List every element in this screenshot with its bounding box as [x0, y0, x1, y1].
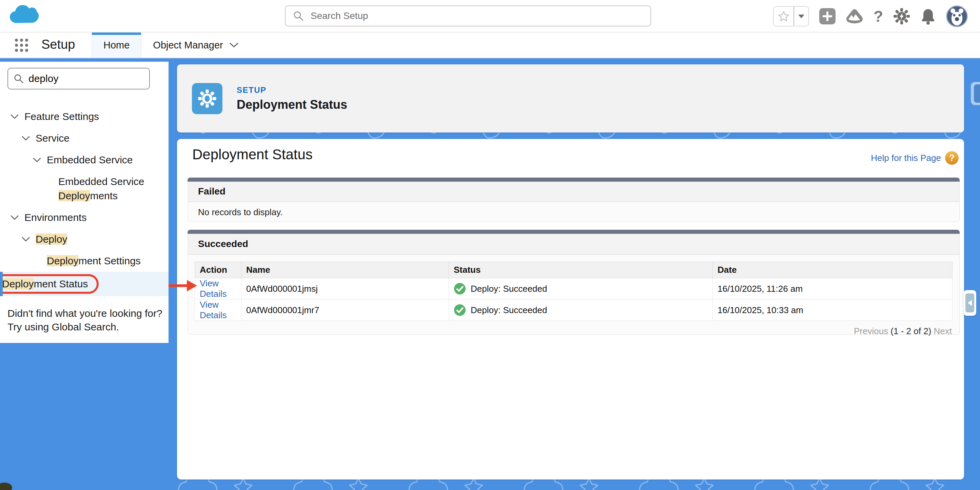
success-check-icon	[454, 304, 466, 316]
sidebar-item-feature-settings[interactable]: Feature Settings	[0, 106, 169, 127]
background-illustration-fragment	[0, 482, 12, 490]
label-text: ments	[90, 190, 118, 201]
failed-section-topbar	[188, 178, 960, 182]
date-cell: 16/10/2025, 11:26 am	[713, 278, 953, 300]
page-header-text: SETUP Deployment Status	[237, 86, 347, 112]
setup-navbar: Setup Home Object Manager	[0, 33, 980, 58]
notifications-bell-icon[interactable]	[920, 8, 936, 25]
sidebar-search-input[interactable]	[29, 73, 144, 84]
search-highlight: Deploy	[58, 190, 90, 201]
sidebar-item-deployment-settings[interactable]: Deployment Settings	[0, 250, 169, 272]
main-region: SETUP Deployment Status Deployment Statu…	[169, 58, 980, 490]
favorites-button	[773, 6, 809, 27]
favorites-star-icon[interactable]	[774, 7, 794, 26]
search-highlight: Deploy	[36, 233, 67, 245]
favorites-caret-icon[interactable]	[794, 7, 808, 26]
deployment-name-cell: 0AfWd000001jmsj	[242, 278, 449, 300]
view-details-link[interactable]: View Details	[200, 278, 226, 299]
sidebar-item-label: Embedded Service Deployments	[58, 174, 160, 203]
sidebar-item-label: Environments	[24, 212, 86, 223]
status-cell: Deploy: Succeeded	[454, 282, 708, 295]
setup-tree: Feature SettingsServiceEmbedded ServiceE…	[0, 106, 169, 296]
help-row: Help for this Page ?	[871, 151, 959, 165]
table-row: View Details0AfWd000001jmr7Deploy: Succe…	[195, 300, 953, 321]
success-check-icon	[454, 282, 466, 295]
succeeded-section-topbar	[188, 230, 960, 234]
sidebar-item-deploy[interactable]: Deploy	[0, 228, 169, 250]
deployments-table: Action Name Status Date View Details0AfW…	[195, 262, 953, 321]
tab-home[interactable]: Home	[92, 33, 142, 58]
sidebar-footer-line2: Try using Global Search.	[8, 320, 162, 334]
setup-sidebar: Feature SettingsServiceEmbedded ServiceE…	[0, 62, 169, 343]
label-text: Feature Settings	[24, 111, 99, 122]
sidebar-item-deployment-status[interactable]: Deployment Status	[0, 272, 169, 296]
setup-gear-icon[interactable]	[893, 8, 910, 25]
search-icon	[14, 73, 24, 84]
global-search-input[interactable]	[310, 11, 643, 21]
vertical-scrollbar[interactable]	[971, 82, 980, 105]
pagination: Previous (1 - 2 of 2) Next	[188, 321, 959, 336]
deployment-name-cell: 0AfWd000001jmr7	[242, 300, 449, 321]
status-text: Deploy: Succeeded	[471, 284, 547, 294]
chevron-down-icon[interactable]	[33, 157, 41, 163]
app-launcher-icon[interactable]	[15, 39, 30, 52]
sidebar-item-label: Deploy	[36, 233, 67, 245]
sidebar-item-service[interactable]: Service	[0, 127, 169, 149]
scrollbar-thumb[interactable]	[974, 84, 980, 103]
salesforce-setup-page: { "colors": { "background_blue": "#4a90e…	[0, 0, 980, 490]
sidebar-footer-line1: Didn't find what you're looking for?	[8, 307, 162, 320]
sidebar-item-embedded-service-deployments[interactable]: Embedded Service Deployments	[0, 171, 169, 207]
sidebar-search-box	[8, 68, 150, 89]
tab-home-label: Home	[103, 40, 129, 51]
column-header-status: Status	[449, 262, 713, 278]
deployment-status-card: Deployment Status Help for this Page ? F…	[177, 139, 964, 479]
view-details-link[interactable]: View Details	[200, 300, 226, 320]
chevron-down-icon[interactable]	[10, 215, 19, 220]
search-highlight: Deploy	[2, 278, 33, 289]
table-row: View Details0AfWd000001jmsjDeploy: Succe…	[195, 278, 953, 300]
sidebar-item-label: Feature Settings	[24, 111, 99, 122]
chevron-down-icon[interactable]	[21, 136, 30, 141]
column-header-date: Date	[713, 262, 953, 278]
label-text: ment Status	[33, 278, 88, 289]
chevron-left-icon	[968, 300, 972, 306]
tab-object-manager[interactable]: Object Manager	[142, 33, 250, 58]
help-badge-icon[interactable]: ?	[945, 151, 959, 165]
global-header: ?	[0, 0, 980, 33]
succeeded-section-title: Succeeded	[188, 234, 959, 255]
status-text: Deploy: Succeeded	[471, 305, 547, 316]
failed-section: Failed No records to display.	[188, 178, 960, 222]
search-highlight: Deploy	[47, 255, 78, 266]
label-text: Embedded Service	[58, 176, 144, 187]
chevron-down-icon[interactable]	[10, 114, 19, 119]
page-header-card: SETUP Deployment Status	[177, 64, 964, 133]
date-cell: 16/10/2025, 10:33 am	[713, 300, 953, 321]
label-text: Environments	[24, 212, 86, 223]
table-header-row: Action Name Status Date	[195, 262, 953, 278]
chevron-down-icon[interactable]	[21, 236, 30, 242]
sidebar-item-environments[interactable]: Environments	[0, 207, 169, 228]
setup-gear-tile-icon	[192, 83, 223, 114]
sidebar-item-embedded-service[interactable]: Embedded Service	[0, 149, 169, 171]
pagination-previous: Previous	[854, 326, 888, 336]
global-search-box	[285, 5, 651, 27]
failed-empty-message: No records to display.	[188, 202, 959, 223]
app-title: Setup	[41, 37, 75, 52]
workspace: SETUP Deployment Status Deployment Statu…	[0, 58, 980, 490]
user-avatar[interactable]	[946, 5, 968, 27]
label-text: ment Settings	[78, 255, 140, 266]
label-text: Service	[36, 133, 70, 144]
setup-eyebrow: SETUP	[237, 86, 347, 95]
pagination-range: (1 - 2 of 2)	[891, 326, 931, 336]
help-for-this-page-link[interactable]: Help for this Page	[871, 153, 941, 163]
search-icon	[293, 11, 304, 21]
sidebar-item-label: Service	[36, 133, 70, 144]
panel-collapse-handle[interactable]	[963, 290, 976, 316]
trailhead-guidance-icon[interactable]	[846, 8, 863, 24]
quick-create-plus-icon[interactable]	[819, 8, 835, 24]
succeeded-section: Succeeded Action Name Status Date View D…	[188, 230, 960, 335]
sidebar-item-label: Deployment Settings	[47, 255, 141, 267]
salesforce-cloud-logo	[9, 3, 39, 27]
tab-object-manager-label: Object Manager	[153, 40, 223, 51]
help-question-icon[interactable]: ?	[873, 8, 883, 24]
